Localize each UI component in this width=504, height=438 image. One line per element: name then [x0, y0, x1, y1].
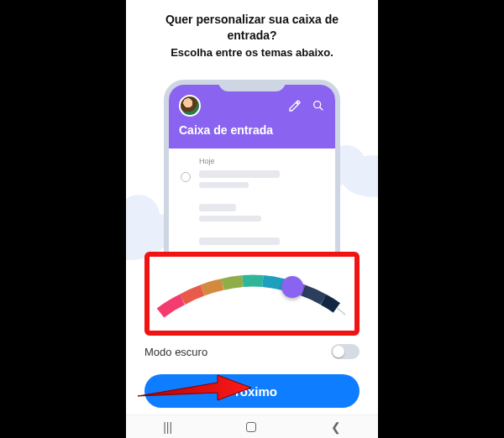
color-arc-svg: [155, 264, 349, 323]
inbox-title: Caixa de entrada: [179, 123, 325, 137]
dark-mode-row: Modo escuro: [144, 344, 360, 359]
unread-indicator: [181, 172, 191, 182]
preview-header: Caixa de entrada: [169, 85, 335, 149]
list-item: [181, 237, 323, 249]
next-button[interactable]: Próximo: [144, 374, 360, 408]
dark-mode-toggle[interactable]: [331, 344, 360, 359]
next-button-label: Próximo: [227, 384, 277, 399]
theme-color-arc[interactable]: [155, 264, 349, 323]
theme-color-picker-highlight: [144, 252, 360, 336]
home-button[interactable]: [246, 422, 256, 432]
onboarding-heading: Quer personalizar sua caixa de entrada? …: [126, 0, 378, 65]
phone-notch: [218, 80, 286, 91]
android-nav-bar: ||| ❮: [126, 415, 378, 438]
compose-icon: [288, 99, 302, 112]
list-item: [181, 170, 323, 192]
heading-line-2: entrada?: [148, 28, 356, 44]
heading-line-1: Quer personalizar sua caixa de: [148, 12, 356, 28]
search-icon: [312, 99, 325, 112]
list-item: [181, 204, 323, 226]
theme-slider-knob[interactable]: [281, 276, 303, 298]
back-button[interactable]: ❮: [331, 420, 341, 434]
day-label: Hoje: [199, 157, 323, 165]
dark-mode-label: Modo escuro: [144, 346, 207, 358]
svg-point-0: [314, 102, 321, 108]
svg-line-1: [320, 107, 323, 111]
avatar: [179, 95, 201, 117]
decorative-cloud: [340, 155, 378, 197]
app-screen: Quer personalizar sua caixa de entrada? …: [126, 0, 378, 438]
recents-button[interactable]: |||: [163, 420, 172, 434]
heading-subtitle: Escolha entre os temas abaixo.: [148, 45, 356, 60]
